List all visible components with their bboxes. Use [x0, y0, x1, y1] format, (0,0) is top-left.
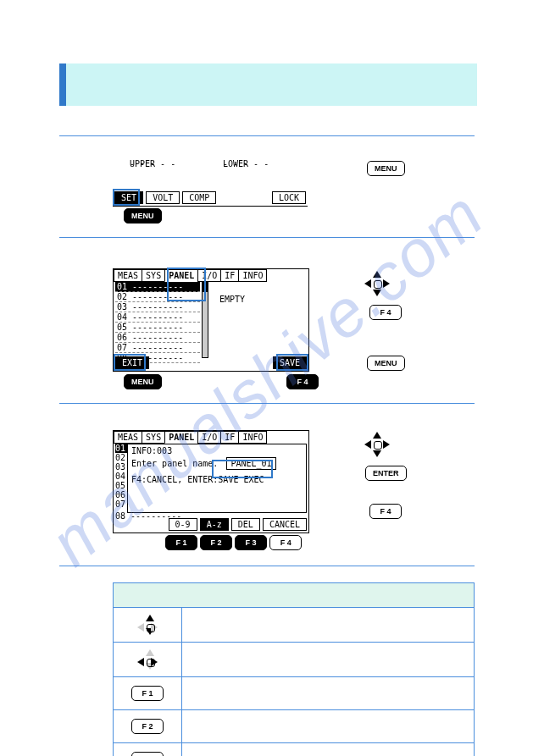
softkey-del: DEL	[231, 518, 260, 531]
info-line: INFO:003	[128, 444, 306, 457]
table-row	[114, 643, 475, 677]
f1-key[interactable]: F 1	[165, 535, 197, 550]
lcd-screen-3: MEASSYSPANELI/OIFINFO 01020304050607 INF…	[113, 430, 309, 533]
tab-meas: MEAS	[114, 269, 142, 282]
dpad-icon[interactable]	[364, 271, 390, 296]
highlight-panel-input	[212, 460, 273, 478]
banner-title	[59, 63, 477, 106]
tab-panel-3: PANEL	[164, 431, 198, 444]
table-row: F 1	[114, 677, 475, 710]
tab-sys: SYS	[142, 269, 165, 282]
softkey-az: A-z	[200, 518, 229, 531]
divider	[59, 237, 475, 238]
empty-text: EMPTY	[219, 295, 245, 304]
highlight-save	[276, 354, 308, 371]
softkey-comp: COMP	[182, 191, 216, 204]
tab-sys-3: SYS	[142, 431, 165, 444]
divider	[59, 566, 475, 566]
f2-key-ref: F 2	[131, 719, 164, 734]
table-row: F 2	[114, 710, 475, 743]
table-row	[114, 608, 475, 643]
enter-panel-prompt: Enter panel name.	[131, 459, 218, 468]
tab-info-3: INFO	[238, 431, 267, 444]
f4-key[interactable]: F 4	[269, 535, 302, 550]
f4-key-side[interactable]: F 4	[369, 305, 402, 320]
dpad-icon-3[interactable]	[364, 432, 390, 457]
softkey-volt: VOLT	[146, 191, 180, 204]
list-row-4: 04 ----------	[115, 312, 200, 323]
softkey-09: 0-9	[169, 518, 197, 531]
lower-value: - - - - -	[223, 159, 269, 168]
dpad-updown-icon	[137, 615, 158, 635]
softkey-cancel: CANCEL	[263, 518, 307, 531]
menu-key[interactable]: MENU	[124, 208, 162, 223]
tab-if-3: IF	[220, 431, 239, 444]
tab-if: IF	[220, 269, 239, 282]
table-row: F 3	[114, 743, 475, 757]
menu-key-side[interactable]: MENU	[367, 356, 405, 371]
f1-key-ref: F 1	[131, 686, 164, 701]
lcd-screen-2: MEASSYSPANELI/OIFINFO 01 ---------- 02 -…	[113, 268, 309, 372]
dpad-leftright-icon	[137, 649, 158, 670]
f3-key[interactable]: F 3	[235, 535, 267, 550]
f2-key[interactable]: F 2	[200, 535, 232, 550]
tab-meas-3: MEAS	[114, 431, 142, 444]
lcd-screen-1: UPPER LOWER - - - - - - - - - - SET VOLT…	[113, 159, 308, 207]
highlight-panel-tab	[167, 268, 206, 301]
tab-io-3: I/O	[197, 431, 221, 444]
f4-key-2[interactable]: F 4	[286, 374, 319, 389]
f4-key-side-3[interactable]: F 4	[369, 504, 402, 519]
divider	[59, 135, 475, 136]
list-row-6: 06 ----------	[115, 333, 200, 343]
softkey-lock: LOCK	[272, 191, 306, 204]
upper-value: - - - - -	[130, 159, 175, 168]
divider	[59, 403, 475, 404]
list-row-5: 05 ----------	[115, 323, 200, 333]
menu-key-2[interactable]: MENU	[124, 374, 162, 389]
key-reference-table: F 1 F 2 F 3	[113, 582, 475, 756]
highlight-exit	[114, 354, 146, 371]
highlight-set	[113, 189, 140, 206]
enter-key-side[interactable]: ENTER	[365, 466, 407, 481]
menu-key-right[interactable]: MENU	[367, 161, 405, 176]
list-row-3: 03 ----------	[115, 302, 200, 312]
f3-key-ref: F 3	[131, 752, 164, 756]
list-row-7: 07 ----------	[115, 343, 200, 353]
tab-info: INFO	[238, 269, 267, 282]
